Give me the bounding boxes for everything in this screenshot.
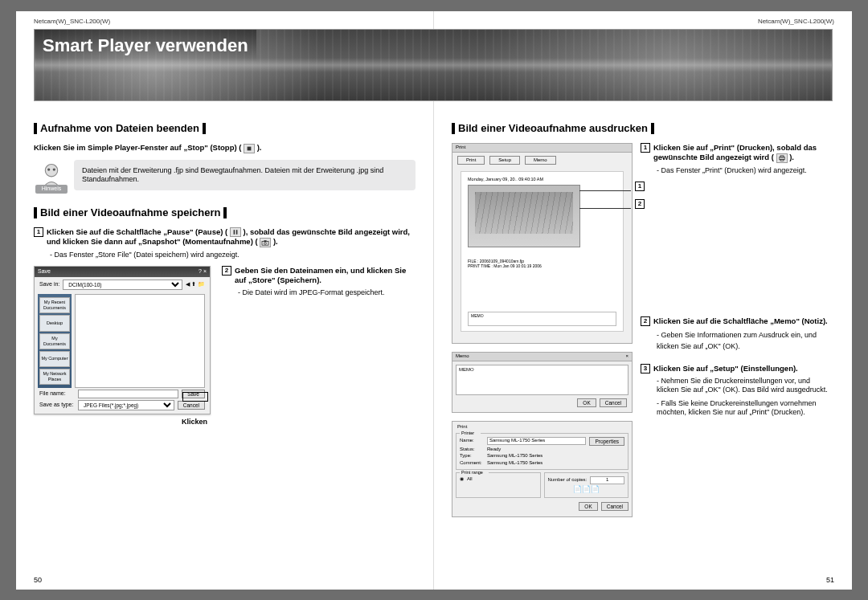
- svg-rect-11: [780, 159, 784, 161]
- page-title: Smart Player verwenden: [35, 30, 256, 62]
- stop-icon: [244, 144, 255, 153]
- copies-input[interactable]: 1: [590, 476, 624, 484]
- note-text: Dateien mit der Erweiterung .fjp sind Be…: [74, 160, 416, 191]
- highlight-save: [182, 392, 208, 402]
- print-button[interactable]: Print: [457, 156, 485, 165]
- svg-rect-10: [780, 155, 784, 157]
- page-number-left: 50: [34, 576, 42, 585]
- svg-rect-5: [236, 231, 238, 235]
- save-step-1: 1 Klicken Sie auf die Schaltfläche „Paus…: [34, 227, 416, 247]
- pause-icon: [230, 227, 241, 237]
- printer-name-dropdown[interactable]: Samsung ML-1750 Series: [487, 437, 586, 445]
- print-step-1: 1 Klicken Sie auf „Print" (Drucken), sob…: [641, 143, 834, 162]
- setup-cancel-button[interactable]: Cancel: [601, 502, 628, 511]
- print-step-3-sub1: Nehmen Sie die Druckereinstellungen vor,…: [657, 377, 834, 395]
- save-step-2-sub: Die Datei wird im JPEG-Format gespeicher…: [238, 288, 416, 297]
- memo-textarea[interactable]: MEMO: [456, 365, 628, 395]
- print-preview-screenshot: Print Print Setup Memo Monday, January 0…: [452, 143, 633, 344]
- print-step-1-sub: Das Fenster „Print" (Drucken) wird angez…: [657, 166, 834, 175]
- svg-rect-0: [248, 146, 252, 150]
- note-icon: Hinweis: [34, 160, 69, 195]
- close-icon[interactable]: ×: [625, 353, 628, 360]
- print-setup-screenshot: Print Printer Name: Samsung ML-1750 Seri…: [452, 421, 633, 517]
- klicken-label: Klicken: [178, 418, 211, 427]
- properties-button[interactable]: Properties: [589, 437, 624, 446]
- setup-ok-button[interactable]: OK: [579, 502, 597, 511]
- note-box: Hinweis Dateien mit der Erweiterung .fjp…: [34, 160, 416, 195]
- svg-point-3: [53, 168, 55, 170]
- camera-icon: [260, 238, 271, 247]
- svg-point-1: [45, 164, 57, 176]
- cancel-button[interactable]: Cancel: [178, 401, 205, 410]
- memo-dialog-screenshot: Memo × MEMO OK Cancel: [452, 352, 633, 413]
- svg-rect-8: [264, 240, 267, 242]
- stop-instruction: Klicken Sie im Simple Player-Fenster auf…: [34, 143, 416, 153]
- header-left: Netcam(W)_SNC-L200(W): [34, 18, 416, 26]
- page-number-right: 51: [826, 576, 834, 585]
- save-dialog-sidebar: My Recent Documents Desktop My Documents…: [38, 294, 72, 388]
- header-right: Netcam(W)_SNC-L200(W): [452, 18, 834, 26]
- save-dialog-file-area[interactable]: [75, 294, 205, 388]
- memo-button[interactable]: Memo: [525, 156, 556, 165]
- savein-dropdown[interactable]: DCIM(100-10): [63, 280, 182, 290]
- saveas-dropdown[interactable]: JPEG Files(*.jpg;*.jpeg): [78, 400, 174, 410]
- section-save-image: Bild einer Videoaufnahme speichern: [34, 206, 416, 219]
- save-step-1-sub: Das Fenster „Store File" (Datei speicher…: [50, 251, 416, 259]
- save-dialog-screenshot: Save ? × Save in: DCIM(100-10) ◀ ⬆ 📁 My …: [34, 266, 211, 414]
- setup-button[interactable]: Setup: [489, 156, 520, 165]
- save-step-2: 2 Geben Sie den Dateinamen ein, und klic…: [222, 266, 416, 285]
- printer-icon: [776, 153, 788, 163]
- svg-point-2: [47, 168, 50, 170]
- preview-photo: [468, 185, 580, 247]
- section-print-image: Bild einer Videoaufnahme ausdrucken: [452, 122, 834, 135]
- svg-rect-4: [233, 231, 235, 235]
- svg-point-7: [264, 242, 267, 244]
- memo-ok-button[interactable]: OK: [577, 398, 596, 407]
- print-step-3-sub2: Falls Sie keine Druckereinstellungen vor…: [657, 399, 834, 418]
- callouts: 1 2: [635, 182, 648, 209]
- section-stop-recording: Aufnahme von Dateien beenden: [34, 122, 416, 135]
- memo-cancel-button[interactable]: Cancel: [600, 398, 627, 407]
- print-step-2: 2 Klicken Sie auf die Schaltfläche „Memo…: [641, 316, 834, 326]
- filename-input[interactable]: [78, 390, 178, 398]
- print-step-2-sub: Geben Sie Informationen zum Ausdruck ein…: [657, 329, 834, 353]
- print-step-3: 3 Klicken Sie auf „Setup" (Einstellungen…: [641, 364, 834, 373]
